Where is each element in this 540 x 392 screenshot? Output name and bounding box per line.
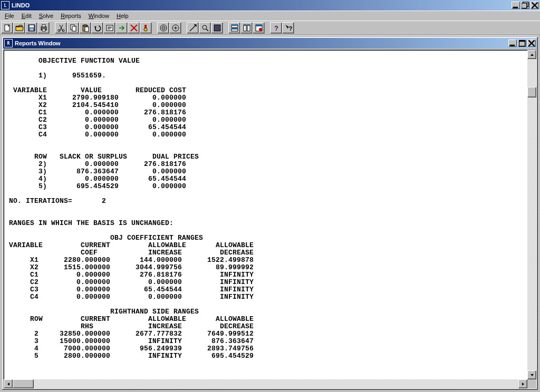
- close-button[interactable]: [531, 2, 539, 9]
- vertical-scrollbar[interactable]: [527, 50, 536, 379]
- reports-icon: R: [4, 39, 13, 47]
- report-text: OBJECTIVE FUNCTION VALUE 1) 9551659. VAR…: [5, 57, 527, 372]
- scroll-left-button[interactable]: [4, 379, 13, 388]
- help-button[interactable]: ?: [270, 22, 282, 34]
- toolbar: ? ?: [0, 21, 540, 35]
- scroll-corner: [527, 379, 536, 388]
- svg-rect-9: [42, 29, 45, 31]
- inner-close-button[interactable]: [527, 40, 536, 47]
- svg-point-19: [144, 28, 147, 31]
- menu-bar: File Edit Solve Reports Window Help: [0, 11, 540, 21]
- svg-rect-27: [232, 25, 238, 26]
- find-button[interactable]: [103, 22, 115, 34]
- svg-rect-18: [144, 25, 147, 28]
- reports-client: OBJECTIVE FUNCTION VALUE 1) 9551659. VAR…: [3, 50, 537, 389]
- cascade-button[interactable]: [240, 22, 253, 34]
- svg-rect-39: [509, 45, 515, 46]
- svg-rect-31: [244, 25, 246, 26]
- inner-maximize-button[interactable]: [518, 40, 526, 47]
- solve-button[interactable]: [157, 22, 169, 34]
- svg-rect-35: [256, 25, 262, 26]
- horizontal-scrollbar[interactable]: [4, 379, 527, 388]
- app-icon: L: [1, 1, 9, 9]
- svg-point-22: [163, 27, 164, 28]
- svg-rect-0: [513, 7, 518, 8]
- svg-point-24: [202, 25, 207, 30]
- close-all-button[interactable]: [253, 22, 265, 34]
- reports-window: R Reports Window OBJECTIVE FUNCTION VALU…: [1, 36, 539, 391]
- horizontal-thumb[interactable]: [13, 379, 34, 388]
- vertical-thumb[interactable]: [527, 87, 536, 97]
- match-button[interactable]: [128, 22, 140, 34]
- svg-rect-2: [522, 3, 527, 8]
- scroll-up-button[interactable]: [527, 50, 536, 59]
- goto-button[interactable]: [115, 22, 128, 34]
- svg-rect-5: [30, 25, 34, 27]
- window-button[interactable]: [211, 22, 223, 34]
- svg-rect-41: [519, 40, 525, 42]
- svg-point-36: [259, 28, 262, 31]
- menu-help[interactable]: Help: [113, 12, 132, 20]
- mdi-area: R Reports Window OBJECTIVE FUNCTION VALU…: [1, 35, 539, 391]
- reports-titlebar: R Reports Window: [3, 38, 537, 48]
- inner-minimize-button[interactable]: [508, 40, 517, 47]
- menu-reports[interactable]: Reports: [57, 12, 85, 20]
- open-button[interactable]: [13, 22, 25, 34]
- svg-rect-8: [42, 25, 45, 27]
- menu-edit[interactable]: Edit: [18, 12, 35, 20]
- svg-rect-13: [72, 26, 76, 31]
- svg-text:?: ?: [274, 24, 278, 32]
- svg-rect-33: [247, 25, 250, 26]
- main-titlebar: L LINDO: [0, 0, 540, 11]
- menu-solve[interactable]: Solve: [35, 12, 57, 20]
- menu-window[interactable]: Window: [85, 12, 113, 20]
- undo-button[interactable]: [91, 22, 103, 34]
- zoom-in-button[interactable]: [187, 22, 199, 34]
- svg-rect-15: [84, 25, 86, 26]
- options-button[interactable]: [140, 22, 152, 34]
- restore-button[interactable]: [521, 2, 529, 9]
- app-window: L LINDO File Edit Solve Reports Window H…: [0, 0, 540, 392]
- reports-title: Reports Window: [15, 40, 61, 46]
- compile-button[interactable]: [169, 22, 181, 34]
- svg-rect-16: [85, 27, 89, 32]
- new-button[interactable]: [1, 22, 13, 34]
- context-help-button[interactable]: ?: [282, 22, 294, 34]
- paste-button[interactable]: [79, 22, 91, 34]
- scroll-right-button[interactable]: [518, 379, 527, 388]
- tile-button[interactable]: [228, 22, 240, 34]
- menu-file[interactable]: File: [1, 12, 18, 20]
- print-button[interactable]: [37, 22, 50, 34]
- copy-button[interactable]: [67, 22, 79, 34]
- svg-text:?: ?: [288, 25, 292, 32]
- zoom-out-button[interactable]: [199, 22, 211, 34]
- minimize-button[interactable]: [512, 2, 520, 9]
- cut-button[interactable]: [55, 22, 67, 34]
- svg-rect-29: [232, 28, 238, 30]
- scroll-down-button[interactable]: [527, 370, 536, 379]
- save-button[interactable]: [25, 22, 37, 34]
- svg-rect-25: [214, 25, 220, 31]
- svg-rect-6: [30, 28, 33, 31]
- app-title: LINDO: [12, 2, 30, 8]
